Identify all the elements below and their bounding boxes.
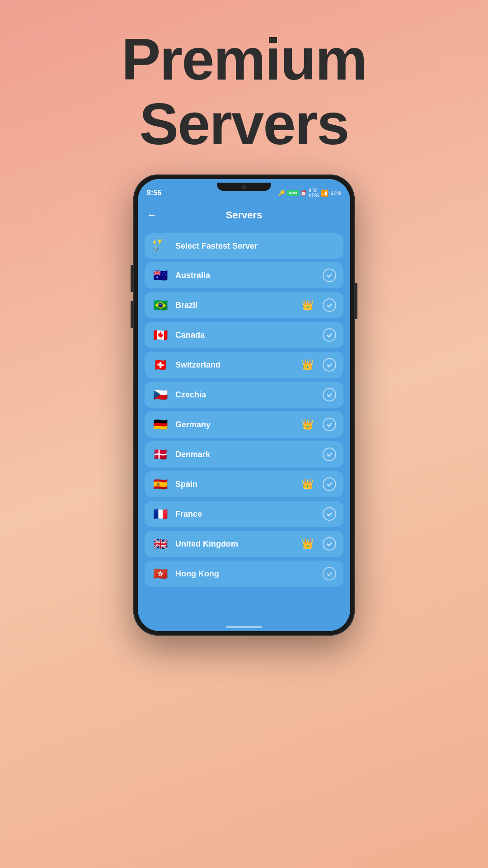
check-circle-cz: [323, 388, 336, 401]
key-icon: 🔑: [278, 190, 285, 196]
battery-text: 97%: [330, 190, 341, 196]
header-title: Servers: [226, 209, 263, 221]
phone-camera: [241, 184, 247, 190]
bottom-nav-bar: [138, 622, 350, 631]
power-button: [355, 283, 357, 319]
server-item-de[interactable]: 🇩🇪 Germany 👑: [145, 411, 343, 438]
vpn-badge: VPN: [287, 190, 299, 196]
home-indicator: [226, 626, 262, 628]
status-icons: 🔑 VPN ⏰ 8.00KB/S 📶 97%: [278, 188, 341, 198]
check-circle-br: [323, 298, 336, 312]
page-title: Premium Servers: [122, 27, 366, 156]
server-item-fr[interactable]: 🇫🇷 France: [145, 501, 343, 527]
server-name-au: Australia: [175, 271, 316, 280]
flag-fr: 🇫🇷: [152, 508, 169, 520]
back-button[interactable]: ←: [147, 209, 157, 221]
server-item-gb[interactable]: 🇬🇧 United Kingdom 👑: [145, 531, 343, 557]
check-circle-dk: [323, 448, 336, 461]
flag-es: 🇪🇸: [152, 478, 169, 491]
server-item-dk[interactable]: 🇩🇰 Denmark: [145, 441, 343, 467]
flag-br: 🇧🇷: [152, 299, 169, 311]
crown-ch: 👑: [301, 359, 314, 371]
server-name-ca: Canada: [175, 330, 316, 340]
crown-br: 👑: [301, 299, 314, 311]
server-name-fastest: Select Fastest Server: [175, 241, 336, 251]
server-name-gb: United Kingdom: [175, 539, 295, 549]
speed-icon: 8.00KB/S: [309, 188, 319, 198]
flag-cz: 🇨🇿: [152, 388, 169, 401]
alarm-icon: ⏰: [300, 190, 307, 196]
check-circle-es: [323, 477, 336, 491]
server-name-hk: Hong Kong: [175, 569, 316, 579]
server-list: ✨🔧 Select Fastest Server 🇦🇺 Australia 🇧🇷…: [138, 229, 350, 622]
check-circle-hk: [323, 567, 336, 580]
server-item-cz[interactable]: 🇨🇿 Czechia: [145, 382, 343, 408]
server-name-dk: Denmark: [175, 450, 316, 459]
flag-ca: 🇨🇦: [152, 329, 169, 341]
server-item-hk[interactable]: 🇭🇰 Hong Kong: [145, 561, 343, 587]
phone-mockup: 8:56 🔑 VPN ⏰ 8.00KB/S 📶 97% ← Servers ✨🔧: [133, 175, 355, 636]
check-circle-ch: [323, 358, 336, 372]
volume-up-button: [131, 265, 133, 292]
phone-screen: 8:56 🔑 VPN ⏰ 8.00KB/S 📶 97% ← Servers ✨🔧: [138, 179, 350, 631]
signal-icon: 📶: [321, 189, 328, 197]
server-name-de: Germany: [175, 420, 295, 429]
server-item-br[interactable]: 🇧🇷 Brazil 👑: [145, 292, 343, 318]
crown-es: 👑: [301, 478, 314, 490]
volume-down-button: [131, 301, 133, 328]
check-circle-de: [323, 418, 336, 431]
server-item-es[interactable]: 🇪🇸 Spain 👑: [145, 471, 343, 497]
crown-de: 👑: [301, 419, 314, 430]
crown-gb: 👑: [301, 538, 314, 550]
server-item-au[interactable]: 🇦🇺 Australia: [145, 262, 343, 288]
server-name-ch: Switzerland: [175, 360, 295, 370]
server-name-cz: Czechia: [175, 390, 316, 400]
server-name-fr: France: [175, 509, 316, 519]
status-time: 8:56: [147, 189, 161, 197]
flag-ch: 🇨🇭: [152, 359, 169, 371]
check-circle-ca: [323, 328, 336, 342]
flag-au: 🇦🇺: [152, 269, 169, 282]
check-circle-au: [323, 269, 336, 282]
app-header: ← Servers: [138, 202, 350, 229]
flag-gb: 🇬🇧: [152, 538, 169, 550]
server-item-ch[interactable]: 🇨🇭 Switzerland 👑: [145, 352, 343, 378]
server-name-br: Brazil: [175, 301, 295, 310]
check-circle-gb: [323, 537, 336, 551]
flag-de: 🇩🇪: [152, 418, 169, 431]
flag-dk: 🇩🇰: [152, 448, 169, 461]
fastest-icon: ✨🔧: [152, 240, 169, 252]
server-item-ca[interactable]: 🇨🇦 Canada: [145, 322, 343, 348]
server-item-fastest[interactable]: ✨🔧 Select Fastest Server: [145, 233, 343, 259]
server-name-es: Spain: [175, 480, 295, 489]
flag-hk: 🇭🇰: [152, 567, 169, 580]
check-circle-fr: [323, 507, 336, 521]
